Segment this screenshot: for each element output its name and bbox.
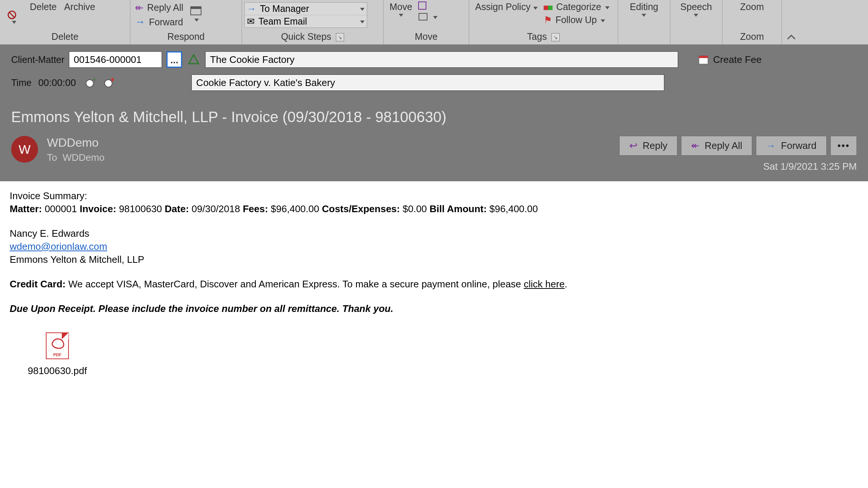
ribbon-group-move: Move Move bbox=[384, 0, 469, 44]
quicksteps-gallery[interactable]: →To Manager ✉Team Email bbox=[244, 2, 367, 28]
chevron-down-icon bbox=[12, 21, 16, 24]
invoice-summary-line: Matter: 000001 Invoice: 98100630 Date: 0… bbox=[10, 203, 858, 215]
signature-name: Nancy E. Edwards bbox=[10, 228, 858, 239]
ribbon-group-editing: Editing bbox=[618, 0, 670, 44]
received-date: Sat 1/9/2021 3:25 PM bbox=[619, 161, 857, 172]
calendar-icon bbox=[698, 54, 709, 66]
chevron-down-icon bbox=[194, 19, 199, 22]
svg-marker-5 bbox=[189, 55, 198, 64]
archive-button[interactable]: Archive bbox=[60, 0, 99, 14]
timer-stop-button[interactable] bbox=[101, 76, 115, 90]
email-header-row: W WDDemo To WDDemo ↩ Reply ↞ Reply All → bbox=[11, 136, 857, 172]
envelope-icon: ✉ bbox=[247, 16, 255, 27]
ribbon-group-quicksteps: →To Manager ✉Team Email Quick Steps ↘ bbox=[242, 0, 384, 44]
quickstep-to-manager[interactable]: →To Manager bbox=[245, 3, 367, 15]
time-value: 00:00:00 bbox=[38, 77, 76, 89]
ribbon-group-delete: Delete Archive Delete bbox=[0, 0, 130, 44]
svg-marker-9 bbox=[93, 78, 95, 81]
svg-rect-11 bbox=[111, 78, 114, 81]
svg-line-1 bbox=[9, 12, 15, 17]
tags-launcher[interactable]: ↘ bbox=[551, 33, 560, 41]
ribbon-group-speech: Speech bbox=[670, 0, 722, 44]
client-matter-browse-button[interactable]: ... bbox=[166, 51, 182, 68]
delete-label: Delete bbox=[30, 1, 57, 12]
zoom-button[interactable]: Zoom bbox=[737, 0, 768, 14]
create-fee-label: Create Fee bbox=[713, 54, 762, 66]
from-block: WDDemo To WDDemo bbox=[47, 136, 105, 163]
reply-all-message-button[interactable]: ↞ Reply All bbox=[681, 136, 752, 156]
due-upon-receipt-line: Due Upon Receipt. Please include the inv… bbox=[10, 303, 858, 315]
chevron-down-icon[interactable] bbox=[360, 20, 365, 23]
client-matter-label: Client-Matter bbox=[11, 54, 64, 65]
follow-up-label: Follow Up bbox=[556, 15, 597, 25]
reply-all-icon: ↞ bbox=[135, 1, 143, 14]
client-matter-recycle-button[interactable] bbox=[187, 52, 201, 67]
ribbon-group-respond: ↞ Reply All → Forward Respond bbox=[130, 0, 242, 44]
time-label: Time bbox=[11, 77, 32, 88]
reply-icon: ↩ bbox=[629, 140, 638, 151]
collapse-ribbon-button[interactable] bbox=[782, 0, 801, 44]
forward-label: Forward bbox=[149, 17, 183, 28]
reply-all-icon: ↞ bbox=[691, 140, 699, 151]
from-name: WDDemo bbox=[47, 136, 105, 150]
editing-button[interactable]: Editing bbox=[626, 0, 662, 18]
client-matter-row: Client-Matter ... Create Fee bbox=[11, 51, 857, 68]
signature-firm: Emmons Yelton & Mitchell, LLP bbox=[10, 254, 858, 265]
reply-all-label: Reply All bbox=[147, 2, 183, 13]
matter-description-input[interactable] bbox=[191, 74, 664, 91]
chevron-down-icon bbox=[694, 14, 698, 17]
zoom-label: Zoom bbox=[740, 1, 764, 12]
categorize-label: Categorize bbox=[556, 1, 601, 12]
arrow-right-icon: → bbox=[247, 3, 256, 14]
onenote-button[interactable] bbox=[418, 1, 438, 10]
forward-label: Forward bbox=[781, 140, 816, 151]
actions-button[interactable] bbox=[418, 12, 438, 22]
assign-policy-label: Assign Policy bbox=[475, 1, 538, 12]
ribbon-group-label-tags: Tags ↘ bbox=[471, 30, 616, 44]
message-actions: ↩ Reply ↞ Reply All → Forward ••• Sat 1/… bbox=[619, 136, 857, 172]
delete-button[interactable]: Delete bbox=[26, 0, 60, 14]
categorize-icon bbox=[544, 1, 553, 12]
actions-icon bbox=[418, 12, 429, 22]
assign-policy-button[interactable]: Assign Policy bbox=[471, 0, 541, 14]
client-matter-input[interactable] bbox=[69, 51, 162, 68]
timer-start-button[interactable] bbox=[83, 76, 97, 90]
move-button[interactable]: Move bbox=[386, 0, 416, 18]
ribbon-group-label-editing bbox=[620, 30, 668, 44]
forward-icon: → bbox=[766, 140, 776, 151]
click-here-link[interactable]: click here bbox=[524, 278, 565, 290]
client-name-input[interactable] bbox=[205, 51, 678, 68]
ribbon-group-label-zoom: Zoom bbox=[725, 30, 779, 44]
svg-point-8 bbox=[86, 80, 93, 87]
quicksteps-launcher[interactable]: ↘ bbox=[336, 33, 344, 41]
editing-label: Editing bbox=[630, 1, 658, 12]
attachment-filename: 98100630.pdf bbox=[20, 365, 95, 377]
follow-up-button[interactable]: ⚑ Follow Up bbox=[544, 15, 610, 25]
svg-rect-7 bbox=[699, 56, 708, 58]
reply-button[interactable]: ↩ Reply bbox=[619, 136, 677, 156]
meeting-icon bbox=[189, 4, 204, 17]
attachment-pdf[interactable]: PDF 98100630.pdf bbox=[20, 332, 95, 377]
credit-card-line: Credit Card: We accept VISA, MasterCard,… bbox=[10, 278, 858, 290]
forward-button[interactable]: → Forward bbox=[135, 16, 183, 28]
quickstep-team-email[interactable]: ✉Team Email bbox=[245, 15, 367, 28]
avatar-initial: W bbox=[19, 142, 31, 157]
reply-all-button[interactable]: ↞ Reply All bbox=[135, 1, 183, 14]
speech-button[interactable]: Speech bbox=[677, 0, 716, 18]
respond-more-button[interactable] bbox=[185, 3, 208, 23]
reply-label: Reply bbox=[643, 140, 667, 151]
ribbon-group-label-speech bbox=[673, 30, 720, 44]
more-actions-button[interactable]: ••• bbox=[830, 136, 857, 156]
avatar: W bbox=[11, 136, 38, 163]
chevron-down-icon[interactable] bbox=[360, 8, 365, 11]
create-fee-button[interactable]: Create Fee bbox=[698, 54, 762, 66]
svg-point-10 bbox=[105, 80, 112, 87]
ribbon-group-label-delete: Delete bbox=[2, 30, 128, 44]
categorize-button[interactable]: Categorize bbox=[544, 1, 610, 12]
signature-email-link[interactable]: wdemo@orionlaw.com bbox=[10, 241, 107, 252]
forward-message-button[interactable]: → Forward bbox=[756, 136, 826, 156]
chevron-down-icon bbox=[601, 19, 605, 22]
ignore-button[interactable] bbox=[2, 3, 26, 25]
flag-icon: ⚑ bbox=[544, 15, 552, 25]
svg-rect-4 bbox=[419, 13, 427, 20]
